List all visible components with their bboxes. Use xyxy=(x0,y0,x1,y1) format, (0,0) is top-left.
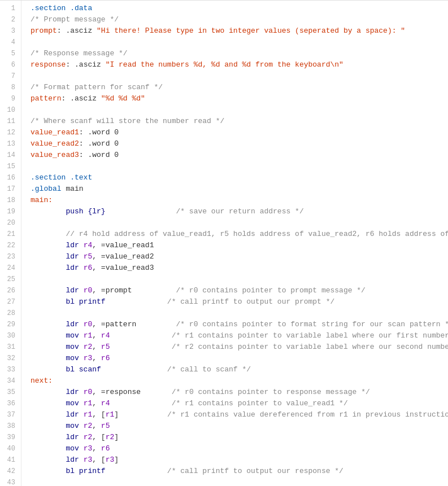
code-token: value_read3 xyxy=(31,151,79,159)
code-token: , [ xyxy=(92,410,105,419)
code-token: , xyxy=(92,422,101,430)
line-number: 28 xyxy=(3,308,15,319)
code-token: : .word 0 xyxy=(79,128,119,137)
code-token: /* Prompt message */ xyxy=(31,15,119,24)
code-token: r5 xyxy=(101,422,110,430)
code-token: "%d %d %d" xyxy=(101,94,145,103)
line-number: 7 xyxy=(3,71,15,82)
code-token: /* r0 contains pointer to prompt message… xyxy=(132,286,365,295)
code-token: , xyxy=(92,444,101,453)
code-token: r2 xyxy=(84,433,93,441)
line-number: 22 xyxy=(3,240,15,251)
code-token: r0 xyxy=(84,320,93,329)
code-line: /* Where scanf will store the number rea… xyxy=(31,116,448,127)
code-line: /* Format pattern for scanf */ xyxy=(31,82,448,93)
code-line: .section .data xyxy=(31,3,448,14)
code-token: r2 xyxy=(84,422,93,430)
line-numbers: 1234567891011121314151617181920212223242… xyxy=(0,1,21,486)
code-line: bl printf /* call printf to output our r… xyxy=(31,466,448,477)
code-line: main: xyxy=(31,195,448,206)
code-token: /* save our return address */ xyxy=(106,207,304,216)
code-token: ldr xyxy=(31,410,84,419)
code-line: ldr r1, [r1] /* r1 contains value derefe… xyxy=(31,409,448,421)
line-number: 31 xyxy=(3,341,15,353)
code-line: mov r2, r5 /* r2 contains pointer to var… xyxy=(31,341,448,353)
code-token: r3 xyxy=(84,354,93,362)
code-token: /* Format pattern for scanf */ xyxy=(31,83,163,91)
code-editor: 1234567891011121314151617181920212223242… xyxy=(0,0,448,486)
code-token: r1 xyxy=(84,399,93,408)
code-token: r4 xyxy=(101,399,110,408)
code-token: /* r1 contains pointer to variable label… xyxy=(110,331,448,340)
code-token: bl scanf xyxy=(31,365,101,374)
line-number: 27 xyxy=(3,296,15,308)
code-token: ] xyxy=(114,433,119,441)
code-token: /* Response message */ xyxy=(31,49,128,58)
code-line: value_read1: .word 0 xyxy=(31,127,448,138)
line-number: 6 xyxy=(3,59,15,71)
line-number: 5 xyxy=(3,48,15,59)
code-token: , =response xyxy=(92,388,141,396)
line-number: 1 xyxy=(3,3,15,14)
code-line: .global main xyxy=(31,183,448,195)
code-line xyxy=(31,161,448,172)
code-token: push {lr} xyxy=(31,207,106,216)
code-token: ldr xyxy=(31,252,84,261)
code-content[interactable]: .section .data/* Prompt message */prompt… xyxy=(21,1,448,486)
code-token: mov xyxy=(31,422,84,430)
code-line: prompt: .asciz "Hi there! Please type in… xyxy=(31,25,448,37)
code-token: , =prompt xyxy=(92,286,132,295)
code-token: .text xyxy=(70,173,92,182)
code-token: r6 xyxy=(101,444,110,453)
code-token: r3 xyxy=(84,456,93,464)
code-token: r5 xyxy=(84,252,93,261)
code-token: , [ xyxy=(92,433,105,441)
code-token: , xyxy=(92,331,101,340)
code-line: mov r1, r4 /* r1 contains pointer to var… xyxy=(31,330,448,341)
code-token: r2 xyxy=(84,343,93,351)
code-token: ldr xyxy=(31,320,84,329)
line-number: 20 xyxy=(3,217,15,229)
code-token: ldr xyxy=(31,433,84,441)
code-line: ldr r0, =pattern /* r0 contains pointer … xyxy=(31,319,448,330)
code-line: next: xyxy=(31,375,448,387)
line-number: 21 xyxy=(3,229,15,240)
code-token: ldr xyxy=(31,456,84,464)
code-token: r0 xyxy=(84,286,93,295)
code-token: response xyxy=(31,60,66,69)
code-line xyxy=(31,37,448,48)
line-number: 32 xyxy=(3,353,15,364)
code-token: mov xyxy=(31,343,84,351)
code-token: "I read the numbers %d, %d and %d from t… xyxy=(106,60,343,69)
code-line xyxy=(31,217,448,229)
code-line: ldr r3, [r3] xyxy=(31,454,448,466)
code-line: value_read2: .word 0 xyxy=(31,138,448,150)
line-number: 29 xyxy=(3,319,15,330)
code-line: ldr r5, =value_read2 xyxy=(31,251,448,262)
line-number: 10 xyxy=(3,104,15,116)
code-token: , =value_read1 xyxy=(92,241,154,249)
code-token: mov xyxy=(31,444,84,453)
line-number: 41 xyxy=(3,454,15,466)
line-number: 12 xyxy=(3,127,15,138)
line-number: 19 xyxy=(3,206,15,217)
code-token: /* r1 contains value dereferenced from r… xyxy=(119,410,448,419)
line-number: 16 xyxy=(3,172,15,183)
line-number: 24 xyxy=(3,262,15,274)
code-token: "Hi there! Please type in two integer va… xyxy=(97,27,405,35)
code-token: r6 xyxy=(84,264,93,272)
code-line: ldr r2, [r2] xyxy=(31,432,448,443)
code-token: mov xyxy=(31,399,84,408)
line-number: 8 xyxy=(3,82,15,93)
line-number: 15 xyxy=(3,161,15,172)
code-token: r2 xyxy=(106,433,115,441)
code-token: : .word 0 xyxy=(79,139,119,148)
code-token: ldr xyxy=(31,241,84,249)
code-line: mov r3, r6 xyxy=(31,443,448,454)
code-token: /* r0 contains pointer to format string … xyxy=(136,320,448,329)
code-token: r1 xyxy=(84,331,93,340)
code-line: bl scanf /* call to scanf */ xyxy=(31,364,448,375)
line-number: 30 xyxy=(3,330,15,341)
code-token: , =pattern xyxy=(92,320,136,329)
line-number: 4 xyxy=(3,37,15,48)
